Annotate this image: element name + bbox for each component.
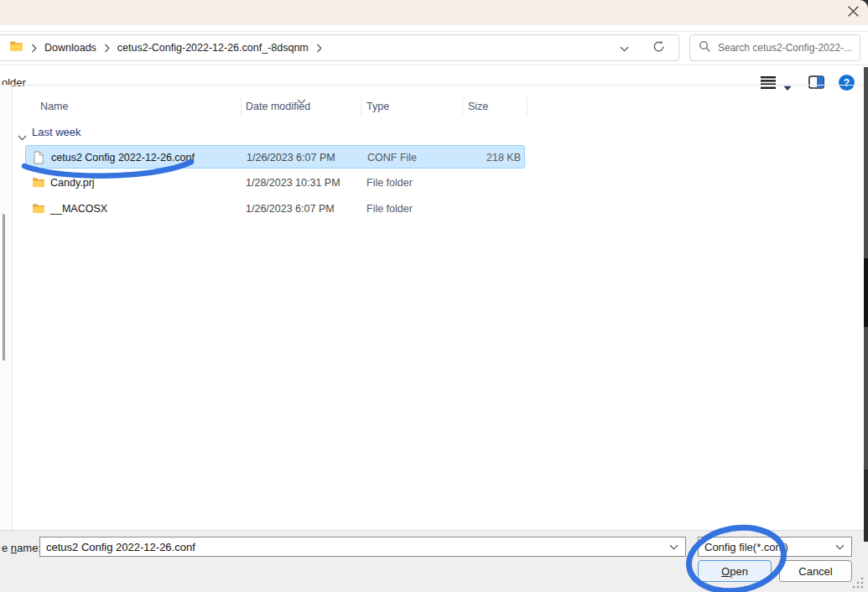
titlebar [0,0,868,25]
open-file-dialog: Downloads cetus2-Config-2022-12-26.conf_… [0,0,868,592]
group-collapse-icon[interactable] [18,129,27,144]
caret-down-icon [783,80,792,95]
file-type-combobox[interactable]: Config file(*.conf) [698,537,852,557]
help-icon: ? [844,77,850,89]
folder-icon [32,202,45,216]
file-name-label-fragment: e name: [2,542,41,554]
resize-grip[interactable] [850,575,865,592]
column-header-type[interactable]: Type [366,101,389,112]
file-name: __MACOSX [50,203,107,215]
breadcrumb-downloads[interactable]: Downloads [44,42,96,54]
cancel-button[interactable]: Cancel [779,560,852,582]
chevron-right-icon [316,44,322,53]
search-box[interactable] [689,34,860,61]
document-icon [33,151,46,164]
close-icon [848,5,859,20]
address-dropdown-button[interactable] [620,40,629,55]
column-header-name[interactable]: Name [40,101,68,112]
folder-icon [9,40,23,55]
column-separator[interactable] [241,96,242,117]
address-bar[interactable]: Downloads cetus2-Config-2022-12-26.conf_… [0,34,679,61]
file-date: 1/28/2023 10:31 PM [246,177,340,189]
file-name-combobox[interactable] [39,537,686,557]
search-icon [699,40,710,55]
chevron-down-icon[interactable] [835,544,851,550]
column-header-size[interactable]: Size [468,101,488,112]
file-row-selected[interactable]: cetus2 Config 2022-12-26.conf 1/26/2023 … [25,145,525,169]
column-separator[interactable] [527,96,528,117]
sort-descending-icon [297,92,306,107]
column-separator[interactable] [361,96,361,117]
file-name-input[interactable] [40,541,669,553]
preview-pane-icon [808,75,824,92]
open-button[interactable]: Open [698,560,772,582]
group-label-last-week[interactable]: Last week [32,126,81,138]
file-type: File folder [366,203,413,215]
file-type-value: Config file(*.conf) [699,541,788,553]
close-button[interactable] [843,3,863,23]
folder-icon [32,176,45,190]
view-mode-dropdown[interactable] [783,80,792,95]
chevron-right-icon [104,44,110,53]
preview-pane-button[interactable] [808,75,824,92]
background-window-edge-mid-segment [864,470,868,542]
file-type: File folder [366,177,413,189]
file-date: 1/26/2023 6:07 PM [247,152,335,164]
folder-row[interactable]: Candy.prj 1/28/2023 10:31 PM File folder [25,171,525,195]
divider [0,31,868,32]
folder-row[interactable]: __MACOSX 1/26/2023 6:07 PM File folder [25,197,525,221]
search-input[interactable] [718,42,851,54]
column-separator[interactable] [462,96,463,117]
file-name: cetus2 Config 2022-12-26.conf [51,152,195,164]
refresh-icon[interactable] [652,40,665,56]
chevron-right-icon [31,44,37,53]
divider [0,65,868,65]
file-date: 1/26/2023 6:07 PM [246,203,335,215]
divider [0,85,868,86]
file-size: 218 KB [395,152,521,164]
breadcrumb-current-folder[interactable]: cetus2-Config-2022-12-26.conf_-8dsqnm [117,42,309,54]
background-window-edge-dark-segment [864,258,868,327]
chevron-down-icon[interactable] [669,544,685,550]
pen-annotations [0,0,868,592]
nav-scrollbar-thumb[interactable] [3,214,5,361]
file-name: Candy.prj [50,177,95,189]
help-button[interactable]: ? [839,75,855,91]
